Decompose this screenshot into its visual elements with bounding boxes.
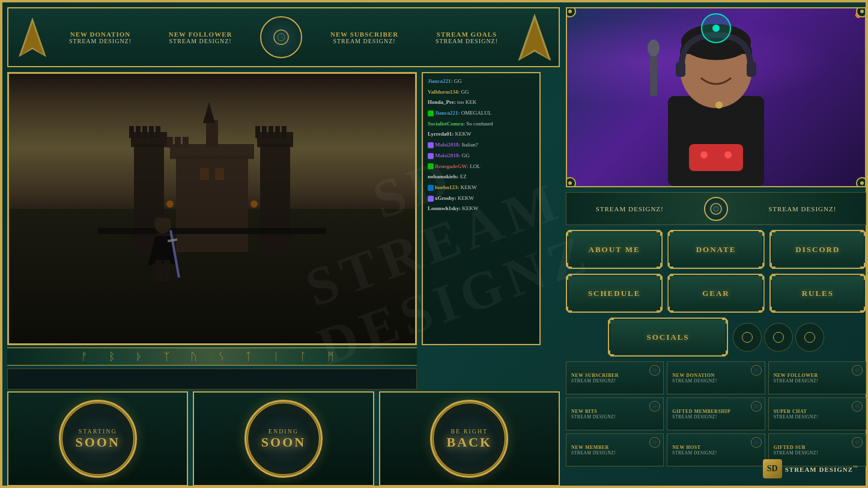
castle-svg xyxy=(98,96,326,276)
alert-mini-icon xyxy=(649,365,660,376)
alert-mini-value: STREAM DESIGNZ! xyxy=(571,414,616,420)
ouroboros-ring-1: STARTING SOON xyxy=(59,400,137,478)
chat-username: SocialistComra: xyxy=(428,121,465,127)
alert-mini-3: NEW BITS STREAM DESIGNZ! xyxy=(566,397,664,430)
alert-mini-title: NEW DONATION xyxy=(672,373,714,378)
character-svg xyxy=(139,206,187,284)
social-icon-2 xyxy=(764,323,793,352)
rune-bar: ᚠ ᛒ ᚦ ᛉ ᚢ ᛊ ᛏ ᛁ ᛚ ᛗ xyxy=(7,348,417,366)
svg-rect-19 xyxy=(282,126,287,138)
svg-rect-36 xyxy=(156,260,162,281)
chat-message: xGrosby: KEKW xyxy=(428,195,535,202)
svg-rect-27 xyxy=(215,168,224,180)
svg-rect-44 xyxy=(668,96,764,186)
svg-rect-25 xyxy=(206,120,218,147)
svg-point-3 xyxy=(278,34,285,41)
webcam-large xyxy=(566,7,866,187)
chat-username: Honda_Pre: xyxy=(428,99,456,105)
discord-button[interactable]: DISCORD xyxy=(769,230,866,269)
logo-text: STREAM DESIGNZ™ xyxy=(785,465,858,473)
scene-starting-soon: STARTING SOON xyxy=(7,391,188,486)
badge-sub xyxy=(428,196,434,202)
svg-point-50 xyxy=(648,40,660,56)
svg-rect-11 xyxy=(149,126,154,138)
svg-rect-26 xyxy=(200,168,209,180)
alert-mini-icon xyxy=(751,437,762,448)
svg-rect-12 xyxy=(156,126,160,138)
svg-rect-23 xyxy=(175,137,181,148)
svg-rect-51 xyxy=(689,144,743,171)
svg-point-31 xyxy=(250,200,258,208)
chat-message: Malsi2018: Italian? xyxy=(428,142,535,149)
logo: SD STREAM DESIGNZ™ xyxy=(763,459,858,478)
svg-rect-15 xyxy=(255,126,260,138)
svg-rect-47 xyxy=(676,62,685,77)
scene-be-right-back: BE RIGHT BACK xyxy=(379,391,560,486)
right-panel: STREAM DESIGNZ! STREAM DESIGNZ! ABOUT ME xyxy=(566,192,866,486)
svg-rect-13 xyxy=(260,144,290,252)
svg-rect-18 xyxy=(275,126,280,138)
alert-mini-title: SUPER CHAT xyxy=(774,409,807,414)
chat-message: huebn123: KEKW xyxy=(428,184,535,191)
alert-mini-6: NEW MEMBER STREAM DESIGNZ! xyxy=(566,433,664,466)
alert-mini-title: NEW FOLLOWER xyxy=(774,373,818,378)
gear-button[interactable]: GEAR xyxy=(667,274,764,313)
about-me-button[interactable]: ABOUT ME xyxy=(566,230,663,269)
alert-mini-icon xyxy=(852,365,863,376)
webcam-large-content xyxy=(567,8,865,186)
badge-prime xyxy=(428,185,434,191)
chat-username: Jianca221: xyxy=(428,78,453,84)
alert-mini-value: STREAM DESIGNZ! xyxy=(571,450,616,456)
alert-center-ornament xyxy=(260,16,302,58)
webcam-corner-bl xyxy=(566,177,576,187)
alert-mini-icon xyxy=(852,437,863,448)
alert-mini-icon xyxy=(852,401,863,412)
webcam-corner-br xyxy=(856,177,866,187)
chat-username: Malsi2018: xyxy=(435,142,461,148)
chat-message: RenegadeGW: LOL xyxy=(428,163,535,170)
chat-username: Malsi2018: xyxy=(435,152,461,158)
logo-sd-badge: SD xyxy=(763,459,782,478)
alert-mini-grid: NEW SUBSCRIBER STREAM DESIGNZ! NEW DONAT… xyxy=(566,361,866,466)
svg-point-56 xyxy=(714,206,718,211)
alert-mini-value: STREAM DESIGNZ! xyxy=(672,378,717,384)
chat-message: SocialistComra: So confused xyxy=(428,121,535,128)
scene-ending-soon: ENDING SOON xyxy=(193,391,374,486)
info-bar: STREAM DESIGNZ! STREAM DESIGNZ! xyxy=(566,192,866,225)
chat-text: GG xyxy=(462,152,470,158)
svg-point-2 xyxy=(274,30,288,44)
chat-message: Lyrreda01: KEKW xyxy=(428,131,535,138)
alert-mini-value: STREAM DESIGNZ! xyxy=(571,378,616,384)
chat-username: RenegadeGW: xyxy=(435,163,469,169)
chat-message: Malsi2018: GG xyxy=(428,152,535,160)
alert-mini-title: GIFTED MEMBERSHIP xyxy=(672,409,730,414)
nav-row-3: SOCIALS xyxy=(566,318,866,357)
donate-button[interactable]: DONATE xyxy=(667,230,764,269)
alert-mini-1: NEW DONATION STREAM DESIGNZ! xyxy=(667,361,765,394)
badge-mod xyxy=(428,110,434,116)
chat-username: Valldurm134: xyxy=(428,89,460,95)
svg-point-53 xyxy=(724,151,732,158)
alert-mini-0: NEW SUBSCRIBER STREAM DESIGNZ! xyxy=(566,361,664,394)
svg-rect-17 xyxy=(269,126,273,138)
socials-button[interactable]: SOCIALS xyxy=(608,318,728,357)
alert-mini-title: NEW BITS xyxy=(571,409,597,414)
schedule-button[interactable]: SCHEDULE xyxy=(566,274,663,313)
alert-sections: NEW DONATION STREAM DESIGNZ! NEW FOLLOWE… xyxy=(50,16,517,58)
webcam-corner-tr xyxy=(856,7,866,17)
alert-mini-icon xyxy=(649,437,660,448)
alert-stream-goals: STREAM GOALS STREAM DESIGNZ! xyxy=(426,31,507,44)
svg-marker-5 xyxy=(521,19,548,59)
badge-sub xyxy=(428,142,434,148)
svg-point-54 xyxy=(715,101,723,109)
chat-username: Loumwh1sky: xyxy=(428,205,461,211)
social-icon-3 xyxy=(795,323,824,352)
svg-point-55 xyxy=(711,203,721,214)
alert-mini-value: STREAM DESIGNZ! xyxy=(774,378,818,384)
chat-text: So confused xyxy=(466,121,493,127)
rules-button[interactable]: RULES xyxy=(769,274,866,313)
ouroboros-ring-3: BE RIGHT BACK xyxy=(430,400,508,478)
svg-marker-28 xyxy=(203,102,215,123)
chat-messages: Jianca221: GGValldurm134: GGHonda_Pre: t… xyxy=(423,73,539,221)
chat-username: xGrosby: xyxy=(435,195,457,201)
